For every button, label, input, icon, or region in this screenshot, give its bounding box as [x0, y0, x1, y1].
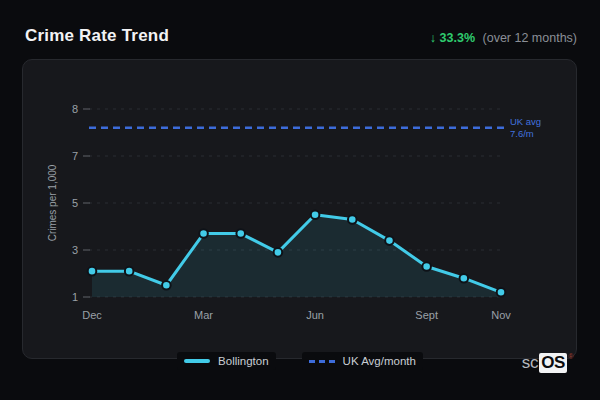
data-point[interactable]: [460, 274, 469, 283]
registered-mark-icon: ®: [568, 353, 573, 360]
data-point[interactable]: [348, 215, 357, 224]
x-tick-label: Mar: [194, 309, 213, 321]
data-point[interactable]: [497, 288, 506, 297]
legend-label: UK Avg/month: [343, 355, 416, 367]
chart-card: 87531UK avg7.6/mDecMarJunSeptNovCrimes p…: [22, 59, 577, 359]
legend-label: Bollington: [218, 355, 269, 367]
solid-line-swatch-icon: [184, 359, 210, 363]
data-point[interactable]: [274, 248, 283, 257]
dashed-line-swatch-icon: [309, 360, 335, 363]
y-tick-label: 5: [72, 197, 78, 209]
y-tick-label: 1: [72, 291, 78, 303]
y-tick-label: 3: [72, 244, 78, 256]
crime-trend-chart: 87531UK avg7.6/mDecMarJunSeptNovCrimes p…: [23, 60, 578, 360]
legend-item-bollington[interactable]: Bollington: [177, 352, 276, 370]
x-tick-label: Nov: [491, 309, 511, 321]
logo-suffix: OS: [539, 353, 567, 373]
data-point[interactable]: [199, 229, 208, 238]
data-point[interactable]: [236, 229, 245, 238]
x-tick-label: Jun: [306, 309, 324, 321]
data-point[interactable]: [125, 267, 134, 276]
chart-legend: Bollington UK Avg/month: [0, 352, 600, 370]
series-area-fill: [92, 215, 501, 297]
uk-avg-value-label: 7.6/m: [510, 128, 534, 139]
page-title: Crime Rate Trend: [25, 26, 169, 46]
x-tick-label: Sept: [415, 309, 438, 321]
trend-period: (over 12 months): [483, 31, 577, 45]
x-tick-label: Dec: [82, 309, 102, 321]
logo-prefix: sc: [522, 353, 538, 372]
data-point[interactable]: [422, 262, 431, 271]
y-tick-label: 8: [72, 103, 78, 115]
data-point[interactable]: [88, 267, 97, 276]
y-axis-title: Crimes per 1,000: [47, 164, 58, 241]
trend-change-percent: ↓ 33.3%: [430, 31, 475, 45]
trend-stat: ↓ 33.3% (over 12 months): [430, 31, 577, 45]
uk-avg-label: UK avg: [510, 116, 541, 127]
data-point[interactable]: [162, 281, 171, 290]
data-point[interactable]: [385, 236, 394, 245]
y-tick-label: 7: [72, 150, 78, 162]
legend-item-uk-avg[interactable]: UK Avg/month: [302, 352, 423, 370]
data-point[interactable]: [311, 210, 320, 219]
scos-logo: scOS®: [522, 353, 573, 373]
